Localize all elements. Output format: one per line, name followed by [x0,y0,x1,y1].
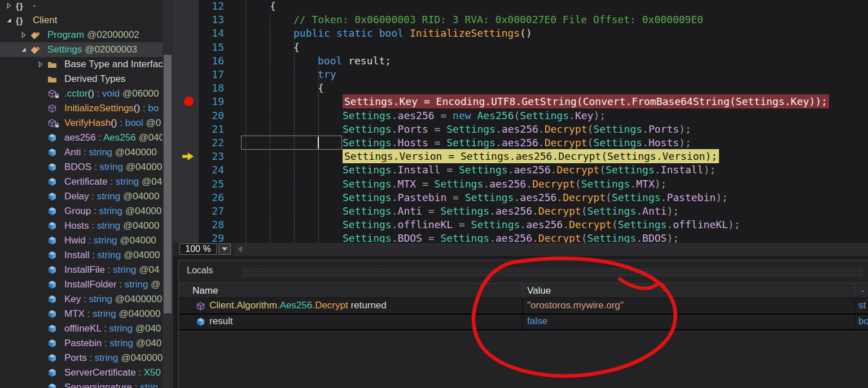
code-line[interactable]: 14public static bool InitializeSettings(… [173,26,868,40]
tree-item[interactable]: {}Client [0,13,163,28]
text-segment: Settings [588,232,637,243]
expander-spacer [34,324,47,333]
code-line[interactable]: 16bool result; [173,54,868,68]
tree-scrollbar-thumb[interactable] [164,55,172,313]
code-line[interactable]: 25Settings.MTX = Settings.aes256.Decrypt… [173,177,868,191]
collapse-arrow-icon[interactable] [17,45,30,54]
tree-item[interactable]: offlineKL : string @040 [0,321,163,336]
tree-item[interactable]: InitializeSettings() : bo [0,101,163,116]
tree-item[interactable]: MTX : string @040000 [0,307,163,321]
tree-item[interactable]: .cctor() : void @06000 [0,86,163,101]
tree-item[interactable]: {}- [0,0,163,13]
field-icon [47,309,62,319]
text-segment: : [81,294,89,304]
column-header-value[interactable]: Value [527,285,551,297]
code-line[interactable]: 19Settings.Key = Encoding.UTF8.GetString… [173,94,868,108]
code-line[interactable]: 27Settings.Anti = Settings.aes256.Decryp… [173,204,868,218]
tree-item[interactable]: Base Type and Interfac [0,57,163,72]
text-segment: . [496,137,502,149]
code-line[interactable]: 13// Token: 0x06000003 RID: 3 RVA: 0x000… [173,12,868,27]
text-segment: . [532,205,538,217]
locals-value[interactable]: "orostoros.mywire.org" [527,300,624,311]
collapse-arrow-icon[interactable] [2,16,16,25]
text-segment: Decrypt [532,178,575,190]
breakpoint-icon[interactable] [184,97,194,106]
tree-item[interactable]: Hosts : string @04000 [0,219,163,233]
tree-item[interactable]: VerifyHash() : bool @0 [0,116,163,130]
column-splitter[interactable] [523,284,523,298]
tree-item[interactable]: Group : string @04000 [0,204,163,219]
tree-item-label: Group : string @04000 [64,206,161,217]
text-segment: () [88,88,94,99]
text-segment: ServerCertificate [64,367,136,378]
expander-spacer [34,251,47,260]
tree-item[interactable]: InstallFile : string @04 [0,263,163,277]
text-segment: . [392,164,398,176]
code-line[interactable]: 17try [173,67,868,81]
text-segment: Aes256 [280,300,313,311]
text-segment: Settings [446,123,496,135]
tree-item[interactable]: Delay : string @04000 [0,189,163,204]
tree-item[interactable]: Key : string @0400000 [0,292,163,307]
code-line[interactable]: 18{ [173,81,868,95]
text-segment: @0 [143,117,161,128]
text-segment: . [392,137,398,149]
field-icon [47,265,62,275]
tree-item[interactable]: Anti : string @040000 [0,145,163,160]
tree-item[interactable]: Pastebin : string @040 [0,336,163,351]
tree-item[interactable]: Install : string @04000 [0,248,163,263]
expand-arrow-icon[interactable] [17,30,30,40]
text-segment: Decrypt [556,164,599,176]
code-line[interactable]: 24Settings.Install = Settings.aes256.Dec… [173,163,868,177]
code-line[interactable]: 23Settings.Version = Settings.aes256.Dec… [173,149,868,163]
column-splitter[interactable] [854,284,855,298]
code-line[interactable]: 28Settings.offlineKL = Settings.aes256.D… [173,217,868,232]
text-segment: Client [33,15,57,25]
class-icon [30,30,41,40]
tree-item[interactable]: Settings @02000003 [0,42,163,57]
scroll-left-icon[interactable] [238,246,242,252]
horizontal-scrollbar[interactable] [234,243,868,256]
tree-item[interactable]: aes256 : Aes256 @040 [0,130,163,145]
tree-item[interactable]: BDOS : string @04000 [0,160,163,175]
text-segment: ( [588,137,594,149]
text-segment: ( [606,191,612,203]
code-line[interactable]: 12{ [173,0,868,13]
tree-item[interactable]: Certificate : string @04 [0,175,163,189]
text-segment: Install [64,250,89,260]
code-line[interactable]: 29Settings.BDOS = Settings.aes256.Decryp… [173,231,868,243]
code-line[interactable]: 15{ [173,40,868,54]
tree-scrollbar[interactable] [163,0,173,388]
text-segment: @ [148,279,160,290]
tree-item[interactable]: InstallFolder : string @ [0,277,163,292]
expand-arrow-icon[interactable] [34,60,47,69]
locals-value[interactable]: false [527,316,547,327]
line-number: 26 [196,190,224,204]
field-icon [47,354,62,363]
code-line[interactable]: 21Settings.Ports = Settings.aes256.Decry… [173,122,868,136]
locals-row[interactable]: resultfalsebo [179,315,868,330]
expand-arrow-icon[interactable] [2,1,16,10]
text-segment: BDOS [642,232,667,243]
text-segment: ); [679,123,691,135]
namespace-icon: {} [16,16,24,25]
text-segment: aes256 [496,232,532,243]
tree-item-label: Hosts : string @04000 [64,220,159,232]
column-header-name[interactable]: Name [192,285,218,297]
expander-spacer [34,383,47,388]
zoom-dropdown-button[interactable] [218,243,231,255]
code-editor[interactable]: 12{13// Token: 0x06000003 RID: 3 RVA: 0x… [173,0,868,243]
tree-item[interactable]: ServerCertificate : X50 [0,365,163,380]
tree-item[interactable]: Program @02000002 [0,28,163,42]
zoom-level-select[interactable]: 100 % [179,243,217,255]
tree-item[interactable]: Hwid : string @04000 [0,233,163,248]
code-line[interactable]: 26Settings.Pastebin = Settings.aes256.De… [173,190,868,204]
tree-item[interactable]: Derived Types [0,72,163,86]
tree-item[interactable]: Serversignature : strin [0,380,163,388]
panel-drag-grip[interactable] [242,268,863,276]
code-line[interactable]: 20Settings.aes256 = new Aes256(Settings.… [173,108,868,123]
text-segment: @040 [133,323,161,334]
text-segment: MTX [636,178,655,190]
locals-row[interactable]: Client.Algorithm.Aes256.Decrypt returned… [179,299,868,315]
tree-item[interactable]: Ports : string @040000 [0,351,163,365]
